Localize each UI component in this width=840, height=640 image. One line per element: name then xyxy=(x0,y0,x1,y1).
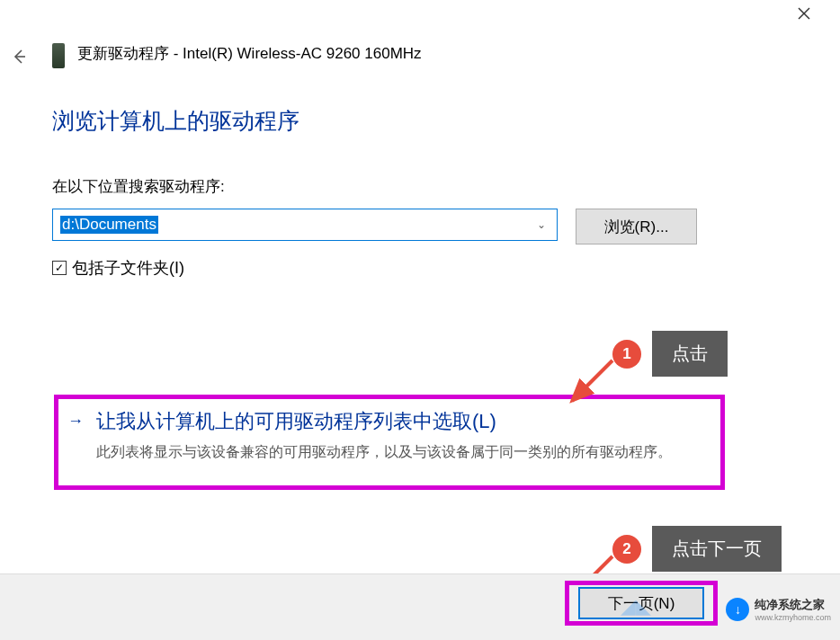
pick-from-list-option[interactable]: → 让我从计算机上的可用驱动程序列表中选取(L) 此列表将显示与该设备兼容的可用… xyxy=(54,395,725,490)
include-subfolders-checkbox[interactable]: ✓ xyxy=(52,261,67,275)
window-title: 更新驱动程序 - Intel(R) Wireless-AC 9260 160MH… xyxy=(77,43,422,64)
watermark: ↓ 纯净系统之家 www.kzmyhome.com xyxy=(726,597,831,622)
watermark-url: www.kzmyhome.com xyxy=(755,613,831,622)
page-heading: 浏览计算机上的驱动程序 xyxy=(52,106,299,136)
step-badge-1: 1 xyxy=(612,340,641,369)
device-icon xyxy=(52,43,65,68)
include-subfolders-label: 包括子文件夹(I) xyxy=(72,257,184,279)
watermark-brand: 纯净系统之家 xyxy=(755,597,831,613)
chevron-down-icon[interactable]: ⌄ xyxy=(537,218,546,231)
option-title: 让我从计算机上的可用驱动程序列表中选取(L) xyxy=(96,408,706,435)
path-value: d:\Documents xyxy=(60,216,158,234)
watermark-text-block: 纯净系统之家 www.kzmyhome.com xyxy=(755,597,831,622)
browse-button-label: 浏览(R)... xyxy=(604,217,669,237)
step-tooltip-2: 点击下一页 xyxy=(652,526,782,572)
include-subfolders-row: ✓ 包括子文件夹(I) xyxy=(52,257,184,279)
device-name: Intel(R) Wireless-AC 9260 160MHz xyxy=(183,45,421,62)
close-button[interactable] xyxy=(791,4,818,22)
title-prefix: 更新驱动程序 - xyxy=(77,45,183,62)
back-button[interactable] xyxy=(11,49,29,67)
next-button-label: 下一页(N) xyxy=(608,593,675,614)
close-icon xyxy=(797,6,811,21)
browse-button[interactable]: 浏览(R)... xyxy=(576,209,697,244)
option-description: 此列表将显示与该设备兼容的可用驱动程序，以及与该设备属于同一类别的所有驱动程序。 xyxy=(96,440,706,464)
step-badge-2: 2 xyxy=(612,535,641,564)
driver-path-input[interactable]: d:\Documents ⌄ xyxy=(52,209,558,241)
annotation-arrow-1 xyxy=(563,356,617,410)
next-button[interactable]: 下一页(N) xyxy=(578,587,704,619)
step-tooltip-1: 点击 xyxy=(652,331,728,377)
next-button-highlight: 下一页(N) xyxy=(565,581,718,626)
arrow-right-icon: → xyxy=(67,412,84,431)
watermark-icon: ↓ xyxy=(726,598,749,621)
svg-line-4 xyxy=(572,360,612,401)
search-location-label: 在以下位置搜索驱动程序: xyxy=(52,176,225,197)
arrow-left-icon xyxy=(11,49,27,65)
